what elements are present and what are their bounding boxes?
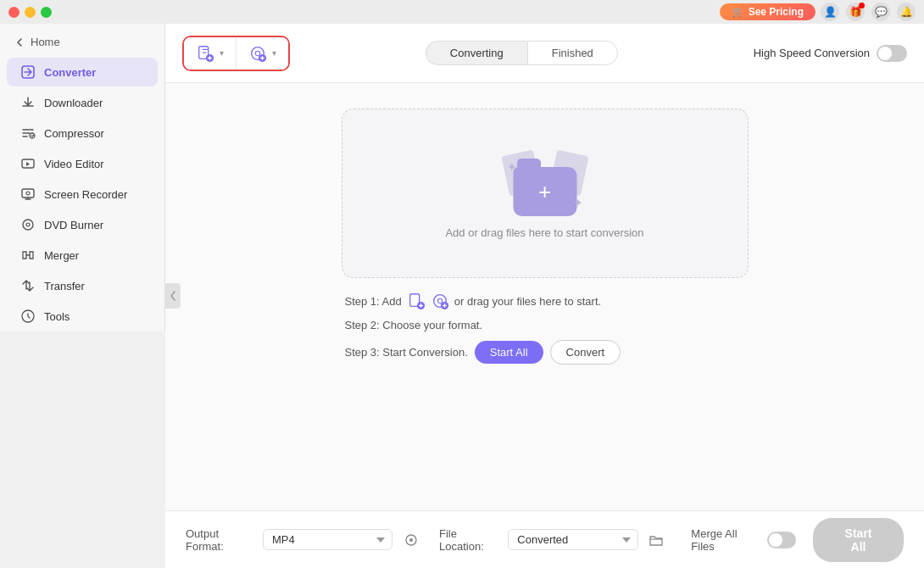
close-button[interactable] — [8, 7, 19, 18]
app-body: Home Converter Downloader — [0, 24, 924, 568]
drop-zone[interactable]: + ✦ ✦ Add or drag files here to start co… — [342, 109, 749, 278]
folder-plus-icon: + — [538, 181, 551, 203]
step2-row: Step 2: Choose your format. — [345, 319, 745, 331]
step3-row: Step 3: Start Conversion. Start All Conv… — [345, 340, 745, 365]
see-pricing-button[interactable]: 🛒 See Pricing — [720, 3, 815, 20]
sparkle-icon-tl: ✦ — [507, 160, 517, 174]
file-location-label: File Location: — [439, 527, 501, 553]
sidebar-item-dvd-burner[interactable]: DVD Burner — [7, 210, 158, 239]
sidebar-wrapper: Home Converter Downloader — [0, 24, 165, 568]
sidebar-item-compressor[interactable]: Compressor — [7, 119, 158, 148]
main-area: + ✦ ✦ Add or drag files here to start co… — [165, 83, 924, 510]
sidebar-item-screen-recorder[interactable]: Screen Recorder — [7, 180, 158, 209]
tab-finished[interactable]: Finished — [527, 41, 618, 65]
settings-icon — [404, 532, 419, 548]
drop-zone-icon: + ✦ ✦ — [507, 148, 583, 216]
svg-point-18 — [409, 538, 413, 542]
folder-tab — [517, 159, 541, 167]
screen-recorder-icon — [20, 187, 36, 202]
step3-start-all-button[interactable]: Start All — [475, 341, 543, 364]
high-speed-label: High Speed Conversion — [754, 47, 870, 59]
svg-point-1 — [30, 133, 35, 138]
chevron-left-icon — [170, 291, 176, 301]
file-location-select[interactable]: Converted — [508, 529, 638, 550]
output-format-settings-button[interactable] — [399, 528, 422, 552]
add-media-icon — [248, 44, 267, 63]
sidebar-item-converter[interactable]: Converter — [7, 58, 158, 86]
sidebar-toggle[interactable] — [165, 283, 181, 309]
toolbar: ▾ ▾ Converting Finished — [165, 24, 924, 83]
traffic-lights — [8, 7, 52, 18]
high-speed-toggle[interactable] — [877, 45, 907, 62]
drop-zone-text: Add or drag files here to start conversi… — [445, 226, 643, 239]
maximize-button[interactable] — [41, 7, 52, 18]
bell-icon[interactable]: 🔔 — [897, 3, 916, 21]
cart-icon: 🛒 — [732, 6, 744, 18]
step1-suffix: or drag your files here to start. — [454, 295, 601, 308]
compressor-icon — [20, 125, 36, 141]
folder-main: + — [513, 167, 576, 216]
merge-toggle-row: Merge All Files — [691, 527, 796, 553]
chat-icon[interactable]: 💬 — [871, 3, 890, 21]
output-format-label: Output Format: — [186, 527, 256, 553]
merger-icon — [20, 248, 36, 263]
titlebar: 🛒 See Pricing 👤 🎁 💬 🔔 — [0, 0, 924, 24]
add-file-chevron: ▾ — [220, 48, 224, 58]
high-speed-toggle-row: High Speed Conversion — [754, 45, 907, 62]
tab-converting[interactable]: Converting — [426, 41, 527, 65]
sidebar-item-tools[interactable]: Tools — [7, 302, 158, 331]
downloader-icon — [20, 95, 36, 110]
minimize-button[interactable] — [25, 7, 36, 18]
step1-prefix: Step 1: Add — [345, 295, 402, 308]
output-format-select[interactable]: MP4 — [263, 529, 393, 550]
tab-row: Converting Finished — [300, 41, 743, 65]
add-file-button[interactable]: ▾ — [184, 37, 237, 70]
svg-rect-3 — [22, 189, 34, 198]
add-buttons-group: ▾ ▾ — [182, 36, 290, 71]
merge-toggle[interactable] — [767, 532, 796, 549]
step1-row: Step 1: Add — [345, 292, 745, 310]
svg-point-5 — [23, 220, 33, 230]
transfer-icon — [20, 278, 36, 293]
add-file-icon — [196, 44, 214, 63]
step2-text: Step 2: Choose your format. — [345, 319, 483, 331]
start-all-big-button[interactable]: Start All — [813, 518, 904, 562]
chevron-left-icon — [14, 36, 25, 48]
output-format-field: Output Format: MP4 — [186, 527, 422, 553]
folder-open-icon — [648, 532, 664, 548]
sidebar-item-transfer[interactable]: Transfer — [7, 271, 158, 300]
add-media-button[interactable]: ▾ — [237, 37, 288, 70]
add-media-chevron: ▾ — [272, 48, 276, 58]
file-location-field: File Location: Converted — [439, 527, 667, 553]
file-location-folder-button[interactable] — [645, 528, 668, 552]
sidebar-item-video-editor[interactable]: Video Editor — [7, 149, 158, 178]
gift-icon[interactable]: 🎁 — [846, 3, 865, 21]
step1-add-media-icon[interactable] — [431, 292, 449, 310]
tools-icon — [20, 309, 36, 324]
svg-point-4 — [26, 192, 30, 195]
svg-point-15 — [437, 298, 443, 303]
video-editor-icon — [20, 156, 36, 171]
merge-label: Merge All Files — [691, 527, 760, 553]
step3-prefix: Step 3: Start Conversion. — [345, 346, 468, 359]
steps-area: Step 1: Add — [342, 278, 749, 368]
bottom-bar: Output Format: MP4 File Location: Conver… — [165, 510, 924, 568]
sidebar-item-merger[interactable]: Merger — [7, 241, 158, 270]
sidebar-home[interactable]: Home — [0, 31, 164, 57]
user-icon[interactable]: 👤 — [821, 3, 839, 21]
titlebar-icons: 👤 🎁 💬 🔔 — [821, 3, 916, 21]
step3-convert-button[interactable]: Convert — [550, 340, 621, 365]
svg-point-6 — [26, 223, 30, 226]
sparkle-icon-br: ✦ — [573, 196, 583, 209]
dvd-burner-icon — [20, 217, 36, 232]
step1-add-file-icon[interactable] — [407, 292, 426, 310]
converter-icon — [20, 64, 36, 80]
sidebar-item-downloader[interactable]: Downloader — [7, 88, 158, 117]
svg-point-10 — [255, 51, 260, 56]
content-area: ▾ ▾ Converting Finished — [165, 24, 924, 568]
sidebar: Home Converter Downloader — [0, 24, 165, 331]
